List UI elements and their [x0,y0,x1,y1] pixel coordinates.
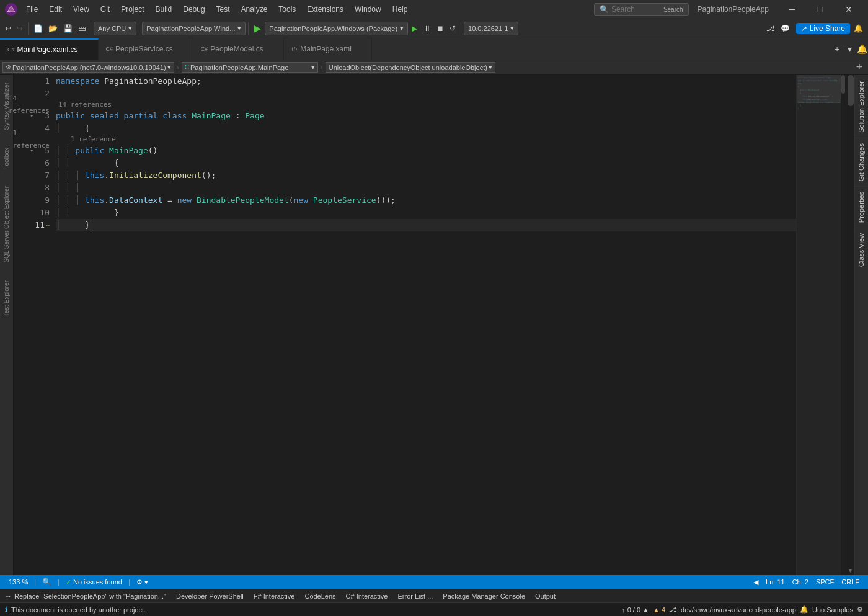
search-input[interactable] [611,5,661,14]
code-line-6: │ │ { [56,157,796,169]
method-nav-chevron: ▾ [489,63,492,71]
issues-status[interactable]: ✓ No issues found [62,578,126,586]
menu-debug[interactable]: Debug [178,2,210,16]
live-share-button[interactable]: ↗ Live Share [796,23,850,34]
output-label[interactable]: Output [535,592,556,600]
fsharp-interactive-label[interactable]: F# Interactive [254,592,295,600]
feedback-button[interactable]: 💬 [778,23,792,34]
project-dropdown[interactable]: PaginationPeopleApp.Wind... ▾ [142,22,246,35]
menu-project[interactable]: Project [116,2,149,16]
menu-window[interactable]: Window [350,2,386,16]
menu-build[interactable]: Build [151,2,177,16]
menu-file[interactable]: File [21,2,43,16]
framework-dropdown[interactable]: 10.0.22621.1 ▾ [464,22,518,35]
code-line-8: │ │ │ [56,182,796,194]
right-panels: Solution Explorer Git Changes Properties… [854,75,868,575]
zoom-level[interactable]: 133 % [5,578,32,586]
right-toolbar-group: ⎇ 💬 [764,23,792,34]
platform-dropdown[interactable]: Any CPU ▾ [94,22,136,35]
maximize-button[interactable]: □ [806,0,835,19]
line-ending-status[interactable]: CRLF [838,578,863,586]
ln-status[interactable]: Ln: 11 [762,578,789,586]
tab-icon-cs-2: C# [201,46,208,52]
sidebar-toolbox[interactable]: Toolbox [2,145,11,171]
redo-button[interactable]: ↪ [14,23,25,34]
search-icon: 🔍 [600,5,609,14]
menu-git[interactable]: Git [95,2,115,16]
search-box[interactable]: 🔍 Search [594,3,689,16]
vertical-scrollbar-track[interactable]: ▼ [846,75,854,575]
menu-test[interactable]: Test [211,2,235,16]
file-group: 📄 📂 💾 🗃 [31,23,88,34]
gutter-line-6: ▸ 6 [14,157,53,169]
code-editor[interactable]: namespace PaginationPeopleApp; 14 refere… [53,75,796,575]
pause-button[interactable]: ⏸ [421,23,433,34]
ch-status[interactable]: Ch: 2 [789,578,812,586]
csharp-interactive-label[interactable]: C# Interactive [346,592,388,600]
open-file-button[interactable]: 📂 [46,23,60,34]
save-all-button[interactable]: 🗃 [76,23,88,34]
powertools-label[interactable]: Developer PowerShell [176,592,244,600]
code-line-5: │ │ public MainPage() [56,145,796,157]
tab-mainpage-xaml[interactable]: ⟨/⟩ MainPage.xaml ✕ [284,38,372,60]
git-button[interactable]: ⎇ [764,23,777,34]
git-push-icon: ↑ 0 / 0 ▲ [622,606,649,614]
sidebar-test-explorer[interactable]: Test Explorer [2,278,11,319]
debug-button[interactable]: ▶ [409,23,420,34]
tab-mainpage-xaml-cs[interactable]: C# MainPage.xaml.cs ✕ [0,38,99,60]
save-button[interactable]: 💾 [61,23,75,34]
class-nav-dropdown[interactable]: C PaginationPeopleApp.MainPage ▾ [182,62,318,73]
svg-marker-0 [7,6,15,12]
menu-edit[interactable]: Edit [44,2,67,16]
menu-view[interactable]: View [68,2,94,16]
status-right: ◀ Ln: 11 Ch: 2 SPCF CRLF [750,578,863,586]
minimap-scrollbar-thumb[interactable] [841,75,845,94]
fold-3[interactable]: ▾ [30,110,33,122]
bottom-bar: ↔ Replace "SelectionPeopleApp" with "Pag… [0,589,868,602]
encoding-status[interactable]: SPCF [812,578,838,586]
project-nav-chevron: ▾ [167,63,171,71]
tab-icon-cs-1: C# [106,46,113,52]
codelens-label[interactable]: CodeLens [304,592,335,600]
check-icon: ✓ [66,578,71,586]
menu-bar: File Edit View Git Project Build Debug T… [21,2,412,16]
class-view-panel[interactable]: Class View [855,228,868,272]
new-file-button[interactable]: 📄 [31,23,45,34]
zoom-icon[interactable]: 🔍 [38,578,55,586]
menu-help[interactable]: Help [388,2,413,16]
target-dropdown[interactable]: PaginationPeopleApp.Windows (Package) ▾ [265,22,408,35]
scroll-down-arrow[interactable]: ▼ [846,566,854,575]
replace-message: Replace "SelectionPeopleApp" with "Pagin… [14,592,166,600]
tab-people-service[interactable]: C# PeopleService.cs ✕ [99,38,193,60]
code-line-10: │ │ } [56,207,796,219]
solution-explorer-panel[interactable]: Solution Explorer [855,75,868,138]
roslyn-status[interactable]: ⚙ ▾ [133,578,152,586]
git-changes-panel[interactable]: Git Changes [855,138,868,186]
notifications-button[interactable]: 🔔 [851,23,866,34]
new-tab-button[interactable]: + [831,43,843,55]
menu-tools[interactable]: Tools [273,2,301,16]
undo-button[interactable]: ↩ [2,23,14,34]
method-nav-dropdown[interactable]: UnloadObject(DependencyObject unloadable… [326,62,495,73]
minimize-button[interactable]: ─ [777,0,806,19]
sidebar-syntax-visualizer[interactable]: Syntax Visualizer [2,80,11,133]
properties-panel[interactable]: Properties [855,186,868,228]
menu-extensions[interactable]: Extensions [302,2,348,16]
stop-button[interactable]: ⏹ [434,23,446,34]
project-nav-dropdown[interactable]: ⚙ PaginationPeopleApp (net7.0-windows10.… [2,62,174,73]
menu-analyze[interactable]: Analyze [236,2,273,16]
scroll-indicator[interactable]: ◀ [750,578,762,586]
fold-5[interactable]: ▾ [30,145,33,157]
sep2 [91,22,91,35]
error-list-label[interactable]: Error List ... [397,592,433,600]
close-button[interactable]: ✕ [835,0,863,19]
sidebar-sql-server[interactable]: SQL Server Object Explorer [2,184,11,266]
vertical-scrollbar-thumb[interactable] [848,75,854,106]
restart-button[interactable]: ↺ [447,23,458,34]
run-button[interactable]: ▶ [251,21,264,35]
tab-people-model[interactable]: C# PeopleModel.cs ✕ [193,38,284,60]
tab-overflow-button[interactable]: ▾ [843,43,856,55]
package-manager-label[interactable]: Package Manager Console [443,592,525,600]
notifications-panel-button[interactable]: 🔔 [856,43,868,55]
nav-add-button[interactable]: + [853,61,866,74]
